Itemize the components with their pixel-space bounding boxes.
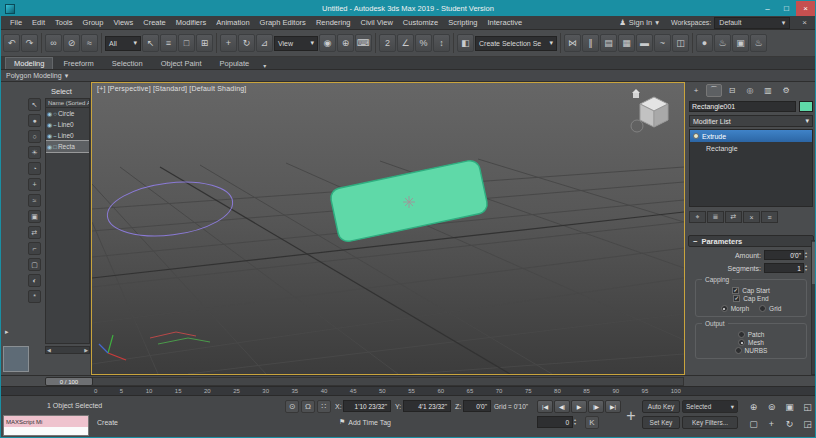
spinner-arrows[interactable]: ▴ ▾ [574,418,576,426]
curve-editor-icon[interactable]: ~ [654,34,671,52]
maxscript-mini-listener[interactable]: MAXScript Mi [3,415,89,436]
zoom-extents-icon[interactable]: ▣ [781,399,798,415]
explorer-name-column-header[interactable]: Name (Sorted A [46,99,89,108]
auto-key-button[interactable]: Auto Key [642,400,680,413]
modify-tab[interactable]: ⌒ [706,84,722,97]
object-color-swatch[interactable] [799,101,813,112]
menu-item[interactable]: Civil View [355,18,397,27]
menu-item[interactable]: Scripting [443,18,482,27]
key-filters-button[interactable]: Key Filters... [682,416,738,429]
grid-option[interactable]: Grid [759,305,781,312]
tab-populate[interactable]: Populate [212,58,258,69]
schematic-view-icon[interactable]: ◫ [672,34,689,52]
morph-radio[interactable] [721,305,728,312]
transform-type-in-icon[interactable]: ∷ [317,400,331,413]
hierarchy-tab[interactable]: ⊟ [724,84,740,97]
bind-to-space-warp-icon[interactable]: ≈ [81,34,98,52]
previous-frame-button[interactable]: ◀| [554,400,570,413]
mirror-icon[interactable]: ⋈ [564,34,581,52]
select-object-icon[interactable]: ↖ [142,34,159,52]
unlink-selection-icon[interactable]: ⊘ [63,34,80,52]
display-materials-icon[interactable]: ◐ [28,274,41,287]
modifier-stack-item-rectangle[interactable]: Rectangle [690,142,812,154]
amount-value-field[interactable]: 0'0" [764,250,804,260]
nurbs-option[interactable]: NURBS [699,347,803,354]
isolate-selection-toggle-icon[interactable]: ⊙ [285,400,299,413]
align-icon[interactable]: ∥ [582,34,599,52]
toggle-layer-explorer-icon[interactable]: ▦ [618,34,635,52]
viewcube-home-icon[interactable] [632,89,640,98]
sign-in-button[interactable]: ♟ Sign In ▾ [615,18,663,27]
menu-item[interactable]: Interactive [482,18,527,27]
track-bar-ruler[interactable]: 0510152025303540455055606570758085909510… [91,387,684,395]
remove-modifier-icon[interactable]: × [743,211,760,223]
z-coordinate-field[interactable]: 0'0" [463,400,491,412]
modifier-enable-bulb-icon[interactable] [693,133,699,139]
select-and-rotate-icon[interactable]: ↻ [238,34,255,52]
y-coordinate-field[interactable]: 4'1 23/32" [403,400,451,412]
display-shapes-icon[interactable]: ○ [28,130,41,143]
explorer-horizontal-scrollbar[interactable]: ◀ ▶ [45,346,90,354]
play-button[interactable]: ▶ [571,400,587,413]
spinner-arrows[interactable]: ▴ ▾ [805,251,807,259]
rectangular-selection-region-icon[interactable]: □ [178,34,195,52]
modifier-stack[interactable]: Extrude Rectangle [689,129,813,207]
menu-item[interactable]: Customize [398,18,443,27]
segments-spinner[interactable]: 1 ▴ ▾ [764,263,807,273]
toggle-scene-explorer-icon[interactable]: ▤ [600,34,617,52]
spinner-down-icon[interactable]: ▾ [805,268,807,272]
list-item[interactable]: ◉ ~ Line0 [46,119,89,130]
undo-icon[interactable]: ↶ [3,34,20,52]
next-frame-button[interactable]: |▶ [588,400,604,413]
window-crossing-toggle-icon[interactable]: ⊞ [196,34,213,52]
select-and-link-icon[interactable]: ∞ [45,34,62,52]
segments-value-field[interactable]: 1 [764,263,804,273]
display-cameras-icon[interactable]: ◔ [28,162,41,175]
display-tab[interactable]: ▥ [760,84,776,97]
mesh-option[interactable]: Mesh [699,339,803,346]
x-coordinate-field[interactable]: 1'10 23/32" [343,400,391,412]
nurbs-radio[interactable] [735,347,742,354]
go-to-start-button[interactable]: |◀ [537,400,553,413]
display-lights-icon[interactable]: ☀ [28,146,41,159]
amount-spinner[interactable]: 0'0" ▴ ▾ [764,250,807,260]
patch-radio[interactable] [738,331,745,338]
menu-item[interactable]: Create [138,18,171,27]
pan-view-icon[interactable]: + [763,416,780,432]
display-bones-icon[interactable]: ⌐ [28,242,41,255]
workspaces-dropdown[interactable]: Default ▾ [714,17,790,29]
menu-item[interactable]: Views [108,18,138,27]
viewport-label-menus[interactable]: [+] [Perspective] [Standard] [Default Sh… [97,85,246,92]
current-frame-spinner[interactable]: 0 ▴ ▾ [537,416,576,428]
go-to-end-button[interactable]: ▶| [605,400,621,413]
display-groups-icon[interactable]: ▣ [28,210,41,223]
selection-filter-dropdown[interactable]: All ▾ [105,36,141,51]
pan-view-button[interactable]: + [622,400,640,432]
create-tab[interactable]: + [688,84,704,97]
display-helpers-icon[interactable]: + [28,178,41,191]
menu-item[interactable]: Modifiers [171,18,211,27]
minimize-button[interactable]: – [758,1,777,16]
circle-shape-object[interactable] [104,176,235,243]
snaps-toggle-icon[interactable]: 2 [379,34,396,52]
maximize-button[interactable]: □ [777,1,796,16]
angle-snap-icon[interactable]: ∠ [397,34,414,52]
morph-option[interactable]: Morph [721,305,749,312]
tab-modeling[interactable]: Modeling [5,57,53,69]
menu-item[interactable]: Rendering [311,18,356,27]
visibility-toggle-icon[interactable]: ◉ [47,132,52,139]
list-item-selected[interactable]: ◉ □ Recta [46,141,89,152]
menu-item[interactable]: Animation [211,18,254,27]
display-frozen-icon[interactable]: * [28,290,41,303]
maxscript-macro-row[interactable]: MAXScript Mi [4,416,88,427]
window-titlebar[interactable]: Untitled - Autodesk 3ds Max 2019 - Stude… [1,1,815,16]
select-by-name-icon[interactable]: ≡ [160,34,177,52]
viewcube[interactable] [631,89,668,132]
panel-expand-arrow-icon[interactable]: ▸ [5,328,9,336]
visibility-toggle-icon[interactable]: ◉ [47,143,52,150]
close-button[interactable]: × [796,1,815,16]
scrollbar-thumb[interactable] [812,242,815,284]
menu-item[interactable]: File [5,18,27,27]
mesh-radio[interactable] [738,339,745,346]
pin-stack-icon[interactable]: ⌖ [689,211,706,223]
